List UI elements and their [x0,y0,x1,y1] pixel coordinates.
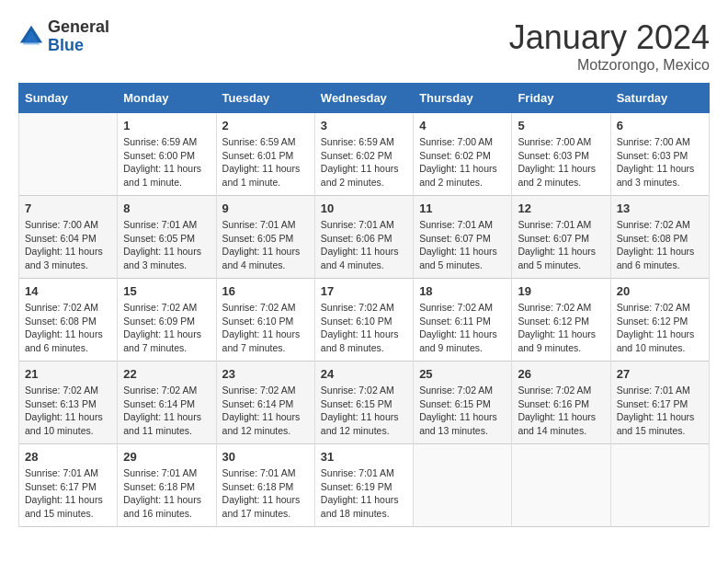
day-info: Sunrise: 7:01 AMSunset: 6:18 PMDaylight:… [222,466,309,521]
day-info: Sunrise: 7:02 AMSunset: 6:12 PMDaylight:… [518,301,604,355]
calendar-week-row: 14Sunrise: 7:02 AMSunset: 6:08 PMDayligh… [19,279,710,362]
day-number: 24 [321,367,407,381]
calendar-cell [610,444,709,527]
calendar-week-row: 21Sunrise: 7:02 AMSunset: 6:13 PMDayligh… [19,362,710,444]
calendar-cell: 31Sunrise: 7:01 AMSunset: 6:19 PMDayligh… [314,444,413,527]
day-number: 8 [123,201,210,215]
day-number: 10 [321,201,407,215]
day-number: 18 [419,284,506,298]
day-number: 17 [321,284,407,298]
weekday-header: Friday [512,84,610,113]
calendar-cell: 7Sunrise: 7:00 AMSunset: 6:04 PMDaylight… [19,196,118,279]
calendar-cell: 27Sunrise: 7:01 AMSunset: 6:17 PMDayligh… [610,362,709,444]
calendar-cell: 14Sunrise: 7:02 AMSunset: 6:08 PMDayligh… [19,279,118,362]
day-info: Sunrise: 7:00 AMSunset: 6:04 PMDaylight:… [25,218,111,272]
day-info: Sunrise: 6:59 AMSunset: 6:01 PMDaylight:… [222,135,309,190]
logo: General Blue [18,18,109,55]
day-number: 9 [222,201,309,215]
day-info: Sunrise: 7:02 AMSunset: 6:12 PMDaylight:… [617,301,703,355]
calendar-subtitle: Motzorongo, Mexico [509,57,710,74]
day-info: Sunrise: 7:02 AMSunset: 6:15 PMDaylight:… [419,384,506,438]
calendar-cell: 23Sunrise: 7:02 AMSunset: 6:14 PMDayligh… [216,362,314,444]
weekday-header: Sunday [19,84,118,113]
day-info: Sunrise: 7:02 AMSunset: 6:14 PMDaylight:… [123,384,210,438]
weekday-header: Tuesday [216,84,314,113]
day-number: 21 [25,367,111,381]
day-info: Sunrise: 7:02 AMSunset: 6:09 PMDaylight:… [123,301,210,355]
calendar-cell: 10Sunrise: 7:01 AMSunset: 6:06 PMDayligh… [314,196,413,279]
calendar-week-row: 28Sunrise: 7:01 AMSunset: 6:17 PMDayligh… [19,444,710,527]
day-number: 25 [419,367,506,381]
calendar-cell: 11Sunrise: 7:01 AMSunset: 6:07 PMDayligh… [414,196,512,279]
calendar-cell: 17Sunrise: 7:02 AMSunset: 6:10 PMDayligh… [314,279,413,362]
day-number: 11 [419,201,506,215]
day-number: 23 [222,367,309,381]
calendar-week-row: 1Sunrise: 6:59 AMSunset: 6:00 PMDaylight… [19,113,710,196]
weekday-header: Monday [118,84,216,113]
calendar-cell: 29Sunrise: 7:01 AMSunset: 6:18 PMDayligh… [118,444,216,527]
calendar-cell [414,444,512,527]
calendar-cell: 25Sunrise: 7:02 AMSunset: 6:15 PMDayligh… [414,362,512,444]
title-block: January 2024 Motzorongo, Mexico [509,18,710,74]
page-header: General Blue January 2024 Motzorongo, Me… [18,18,710,74]
day-number: 13 [617,201,703,215]
weekday-header: Thursday [414,84,512,113]
day-info: Sunrise: 7:02 AMSunset: 6:10 PMDaylight:… [222,301,309,355]
day-number: 4 [419,119,506,132]
day-info: Sunrise: 7:02 AMSunset: 6:11 PMDaylight:… [419,301,506,355]
calendar-cell [19,113,118,196]
day-info: Sunrise: 7:01 AMSunset: 6:07 PMDaylight:… [419,218,506,272]
day-number: 12 [518,201,604,215]
day-info: Sunrise: 7:01 AMSunset: 6:17 PMDaylight:… [617,384,703,438]
day-info: Sunrise: 7:01 AMSunset: 6:05 PMDaylight:… [222,218,309,272]
calendar-cell: 30Sunrise: 7:01 AMSunset: 6:18 PMDayligh… [216,444,314,527]
day-info: Sunrise: 7:01 AMSunset: 6:19 PMDaylight:… [321,466,407,521]
calendar-cell: 8Sunrise: 7:01 AMSunset: 6:05 PMDaylight… [118,196,216,279]
calendar-cell: 13Sunrise: 7:02 AMSunset: 6:08 PMDayligh… [610,196,709,279]
calendar-cell: 19Sunrise: 7:02 AMSunset: 6:12 PMDayligh… [512,279,610,362]
weekday-header: Saturday [610,84,709,113]
day-info: Sunrise: 7:02 AMSunset: 6:08 PMDaylight:… [617,218,703,272]
calendar-cell: 1Sunrise: 6:59 AMSunset: 6:00 PMDaylight… [118,113,216,196]
day-number: 7 [25,201,111,215]
calendar-week-row: 7Sunrise: 7:00 AMSunset: 6:04 PMDaylight… [19,196,710,279]
day-number: 26 [518,367,604,381]
day-info: Sunrise: 7:01 AMSunset: 6:05 PMDaylight:… [123,218,210,272]
day-number: 3 [321,119,407,132]
calendar-cell: 16Sunrise: 7:02 AMSunset: 6:10 PMDayligh… [216,279,314,362]
calendar-cell: 18Sunrise: 7:02 AMSunset: 6:11 PMDayligh… [414,279,512,362]
calendar-cell: 5Sunrise: 7:00 AMSunset: 6:03 PMDaylight… [512,113,610,196]
calendar-cell: 15Sunrise: 7:02 AMSunset: 6:09 PMDayligh… [118,279,216,362]
calendar-table: SundayMondayTuesdayWednesdayThursdayFrid… [18,83,710,527]
day-info: Sunrise: 7:02 AMSunset: 6:10 PMDaylight:… [321,301,407,355]
day-number: 29 [123,450,210,464]
day-number: 27 [617,367,703,381]
day-info: Sunrise: 7:01 AMSunset: 6:17 PMDaylight:… [25,466,111,521]
day-number: 1 [123,119,210,132]
day-number: 14 [25,284,111,298]
calendar-cell: 21Sunrise: 7:02 AMSunset: 6:13 PMDayligh… [19,362,118,444]
day-info: Sunrise: 7:00 AMSunset: 6:03 PMDaylight:… [518,135,604,190]
day-info: Sunrise: 7:01 AMSunset: 6:07 PMDaylight:… [518,218,604,272]
calendar-cell: 6Sunrise: 7:00 AMSunset: 6:03 PMDaylight… [610,113,709,196]
logo-icon [18,24,44,50]
weekday-header-row: SundayMondayTuesdayWednesdayThursdayFrid… [19,84,710,113]
calendar-cell: 4Sunrise: 7:00 AMSunset: 6:02 PMDaylight… [414,113,512,196]
day-info: Sunrise: 7:00 AMSunset: 6:03 PMDaylight:… [617,135,703,190]
weekday-header: Wednesday [314,84,413,113]
calendar-cell: 3Sunrise: 6:59 AMSunset: 6:02 PMDaylight… [314,113,413,196]
day-info: Sunrise: 7:01 AMSunset: 6:18 PMDaylight:… [123,466,210,521]
day-info: Sunrise: 7:00 AMSunset: 6:02 PMDaylight:… [419,135,506,190]
day-number: 28 [25,450,111,464]
calendar-title: January 2024 [509,18,710,57]
day-number: 16 [222,284,309,298]
day-number: 6 [617,119,703,132]
day-info: Sunrise: 7:02 AMSunset: 6:13 PMDaylight:… [25,384,111,438]
calendar-cell [512,444,610,527]
day-info: Sunrise: 6:59 AMSunset: 6:02 PMDaylight:… [321,135,407,190]
day-info: Sunrise: 6:59 AMSunset: 6:00 PMDaylight:… [123,135,210,190]
calendar-cell: 24Sunrise: 7:02 AMSunset: 6:15 PMDayligh… [314,362,413,444]
day-number: 19 [518,284,604,298]
day-info: Sunrise: 7:02 AMSunset: 6:14 PMDaylight:… [222,384,309,438]
calendar-cell: 26Sunrise: 7:02 AMSunset: 6:16 PMDayligh… [512,362,610,444]
